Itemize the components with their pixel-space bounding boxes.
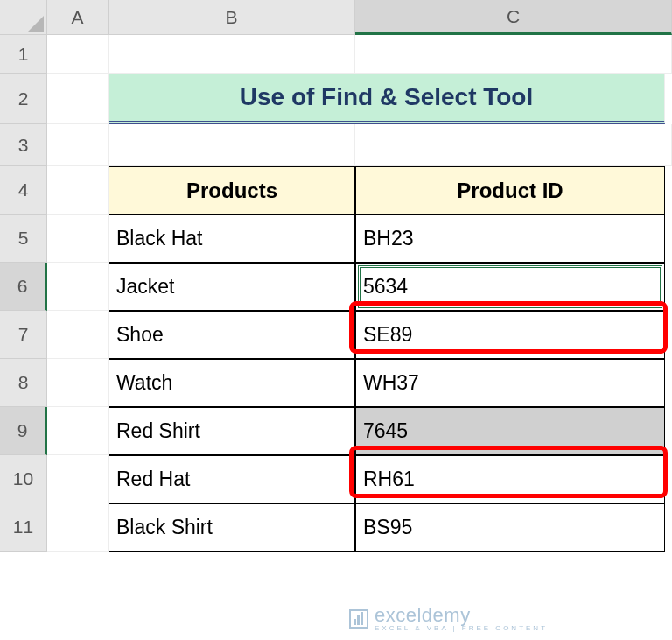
cell-C9[interactable]: 7645 <box>355 407 665 455</box>
cell-A8[interactable] <box>47 359 108 407</box>
watermark-tagline: EXCEL & VBA | FREE CONTENT <box>374 625 548 632</box>
row-header-2[interactable]: 2 <box>0 74 47 124</box>
row-5: 5 Black Hat BH23 <box>0 215 672 263</box>
row-header-7[interactable]: 7 <box>0 311 47 359</box>
row-header-3[interactable]: 3 <box>0 124 47 166</box>
row-header-5[interactable]: 5 <box>0 215 47 263</box>
row-header-10[interactable]: 10 <box>0 455 47 503</box>
row-6: 6 Jacket 5634 <box>0 263 672 311</box>
cell-A10[interactable] <box>47 455 108 503</box>
cell-A3[interactable] <box>47 124 108 166</box>
cell-B1[interactable] <box>108 35 355 74</box>
cell-C1[interactable] <box>355 35 672 74</box>
row-header-11[interactable]: 11 <box>0 503 47 552</box>
row-3: 3 <box>0 124 672 166</box>
row-4: 4 Products Product ID <box>0 166 672 215</box>
cell-A4[interactable] <box>47 166 108 215</box>
cell-B3[interactable] <box>108 124 355 166</box>
row-header-6[interactable]: 6 <box>0 263 47 311</box>
row-11: 11 Black Shirt BS95 <box>0 503 672 552</box>
table-header-product-id[interactable]: Product ID <box>355 166 665 215</box>
cell-A5[interactable] <box>47 215 108 263</box>
spreadsheet: A B C 1 2 Use of Find & Select Tool 3 4 … <box>0 0 672 552</box>
cell-A9[interactable] <box>47 407 108 455</box>
row-header-1[interactable]: 1 <box>0 35 47 74</box>
row-7: 7 Shoe SE89 <box>0 311 672 359</box>
cell-A6[interactable] <box>47 263 108 311</box>
cell-B6[interactable]: Jacket <box>108 263 355 311</box>
watermark-logo-icon <box>348 608 369 629</box>
row-8: 8 Watch WH37 <box>0 359 672 407</box>
select-all-corner[interactable] <box>0 0 47 35</box>
column-header-B[interactable]: B <box>108 0 355 35</box>
column-header-A[interactable]: A <box>47 0 108 35</box>
svg-rect-2 <box>354 619 356 625</box>
row-1: 1 <box>0 35 672 74</box>
cell-C3[interactable] <box>355 124 672 166</box>
cell-B9[interactable]: Red Shirt <box>108 407 355 455</box>
cell-C7[interactable]: SE89 <box>355 311 665 359</box>
svg-rect-3 <box>357 615 360 625</box>
svg-rect-4 <box>360 612 363 625</box>
cell-B7[interactable]: Shoe <box>108 311 355 359</box>
cell-A1[interactable] <box>47 35 108 74</box>
table-header-products[interactable]: Products <box>108 166 355 215</box>
cell-B8[interactable]: Watch <box>108 359 355 407</box>
row-header-8[interactable]: 8 <box>0 359 47 407</box>
cell-C6[interactable]: 5634 <box>355 263 665 311</box>
cell-A11[interactable] <box>47 503 108 552</box>
watermark-text: exceldemy EXCEL & VBA | FREE CONTENT <box>374 606 548 632</box>
row-9: 9 Red Shirt 7645 <box>0 407 672 455</box>
svg-marker-0 <box>28 16 44 32</box>
cell-B11[interactable]: Black Shirt <box>108 503 355 552</box>
cell-A7[interactable] <box>47 311 108 359</box>
watermark: exceldemy EXCEL & VBA | FREE CONTENT <box>348 606 548 632</box>
title-cell[interactable]: Use of Find & Select Tool <box>108 74 665 124</box>
cell-B5[interactable]: Black Hat <box>108 215 355 263</box>
column-header-C[interactable]: C <box>355 0 672 35</box>
row-10: 10 Red Hat RH61 <box>0 455 672 503</box>
row-header-9[interactable]: 9 <box>0 407 47 455</box>
row-2: 2 Use of Find & Select Tool <box>0 74 672 124</box>
cell-A2[interactable] <box>47 74 108 124</box>
cell-C8[interactable]: WH37 <box>355 359 665 407</box>
column-headers-row: A B C <box>0 0 672 35</box>
cell-C11[interactable]: BS95 <box>355 503 665 552</box>
cell-C10[interactable]: RH61 <box>355 455 665 503</box>
watermark-brand: exceldemy <box>374 606 548 625</box>
cell-C5[interactable]: BH23 <box>355 215 665 263</box>
row-header-4[interactable]: 4 <box>0 166 47 215</box>
select-all-triangle-icon <box>28 16 44 32</box>
cell-B10[interactable]: Red Hat <box>108 455 355 503</box>
